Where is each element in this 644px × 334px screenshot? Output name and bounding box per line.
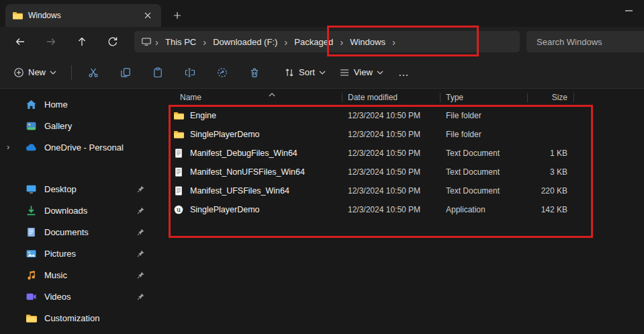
up-button[interactable]	[67, 30, 97, 53]
file-name: Manifest_DebugFiles_Win64	[190, 149, 297, 158]
file-row-manifest-ufsfiles[interactable]: Manifest_UFSFiles_Win64 12/3/2024 10:50 …	[169, 181, 644, 200]
share-button[interactable]	[209, 61, 236, 84]
file-type: Application	[441, 205, 528, 214]
new-tab-button[interactable]	[169, 8, 185, 23]
sidebar-item-label: OneDrive - Personal	[44, 142, 124, 153]
column-header-size[interactable]: Size	[528, 89, 574, 106]
forward-button[interactable]	[36, 30, 66, 53]
file-type: Text Document	[441, 149, 528, 158]
breadcrumb-windows[interactable]: Windows	[345, 34, 390, 50]
sidebar-item-pictures[interactable]: Pictures	[3, 243, 153, 264]
delete-button[interactable]	[241, 61, 268, 84]
pictures-icon	[26, 248, 37, 259]
explorer-tab[interactable]: Windows	[5, 4, 161, 27]
sidebar-item-documents[interactable]: Documents	[3, 221, 153, 243]
home-icon	[26, 99, 37, 110]
pin-icon	[136, 228, 145, 237]
more-options-button[interactable]: …	[390, 62, 418, 83]
view-icon	[339, 67, 350, 78]
file-row-singleplayerdemo-folder[interactable]: SinglePlayerDemo 12/3/2024 10:50 PM File…	[169, 125, 644, 144]
folder-icon	[12, 10, 23, 21]
file-date: 12/3/2024 10:50 PM	[342, 167, 441, 177]
sidebar-item-music[interactable]: Music	[3, 264, 153, 286]
sidebar-item-label: Videos	[44, 292, 71, 302]
breadcrumb-chevron-icon[interactable]: ›	[201, 36, 208, 48]
onedrive-icon	[26, 142, 37, 153]
pin-icon	[136, 249, 145, 258]
file-name: Manifest_UFSFiles_Win64	[190, 186, 289, 196]
breadcrumb-chevron-icon[interactable]: ›	[282, 36, 289, 48]
sidebar-item-videos[interactable]: Videos	[3, 286, 153, 307]
file-name: SinglePlayerDemo	[190, 130, 260, 139]
breadcrumb-packaged[interactable]: Packaged	[289, 34, 338, 50]
file-type: Text Document	[441, 167, 528, 177]
sidebar-item-onedrive[interactable]: › OneDrive - Personal	[3, 136, 153, 158]
view-button[interactable]: View	[332, 62, 390, 83]
minimize-button[interactable]	[613, 0, 644, 22]
file-rows: Engine 12/3/2024 10:50 PM File folder Si…	[169, 106, 644, 219]
paste-button[interactable]	[144, 61, 171, 84]
file-row-singleplayerdemo-exe[interactable]: u SinglePlayerDemo 12/3/2024 10:50 PM Ap…	[169, 200, 644, 219]
column-header-name[interactable]: Name	[169, 89, 342, 106]
sidebar-item-home[interactable]: Home	[3, 93, 153, 115]
pin-icon	[136, 185, 145, 194]
chevron-down-icon	[377, 71, 383, 75]
file-date: 12/3/2024 10:50 PM	[342, 205, 441, 214]
column-header-type[interactable]: Type	[441, 89, 528, 106]
sidebar-item-desktop[interactable]: Desktop	[3, 178, 153, 200]
sidebar-item-downloads[interactable]: Downloads	[3, 200, 153, 221]
toolbar-divider	[71, 65, 72, 80]
text-document-icon	[173, 148, 184, 159]
sidebar-item-label: Documents	[44, 227, 89, 237]
desktop-icon	[26, 183, 37, 195]
pin-icon	[136, 271, 145, 280]
file-row-manifest-debugfiles[interactable]: Manifest_DebugFiles_Win64 12/3/2024 10:5…	[169, 144, 644, 163]
sidebar-item-label: Music	[44, 270, 67, 280]
documents-icon	[26, 226, 37, 238]
breadcrumb-chevron-icon[interactable]: ›	[153, 36, 160, 48]
sidebar-item-customization[interactable]: Customization	[3, 307, 153, 329]
file-type: File folder	[441, 111, 528, 120]
column-headers: Name Date modified Type Size	[169, 89, 644, 106]
file-row-manifest-nonufsfiles[interactable]: Manifest_NonUFSFiles_Win64 12/3/2024 10:…	[169, 163, 644, 181]
back-button[interactable]	[5, 30, 35, 53]
sidebar-item-gallery[interactable]: Gallery	[3, 115, 153, 136]
breadcrumb-this-pc[interactable]: This PC	[160, 34, 201, 50]
new-button[interactable]: New	[7, 62, 63, 83]
file-row-engine[interactable]: Engine 12/3/2024 10:50 PM File folder	[169, 106, 644, 125]
sidebar-item-label: Desktop	[44, 184, 77, 194]
file-date: 12/3/2024 10:50 PM	[342, 186, 441, 196]
column-header-date-modified[interactable]: Date modified	[342, 89, 441, 106]
file-explorer-window: Windows	[0, 0, 644, 334]
rename-button[interactable]	[177, 61, 203, 84]
file-date: 12/3/2024 10:50 PM	[342, 111, 441, 120]
address-bar[interactable]: › This PC › Downloaded (F:) › Packaged ›…	[134, 31, 520, 52]
sort-button[interactable]: Sort	[277, 62, 332, 83]
sidebar-item-label: Downloads	[44, 206, 87, 216]
search-input[interactable]	[526, 37, 644, 47]
file-name: Manifest_NonUFSFiles_Win64	[190, 167, 305, 177]
copy-icon	[120, 67, 131, 78]
ellipsis-icon: …	[398, 67, 410, 79]
file-type: Text Document	[441, 186, 528, 196]
sidebar-group-gap	[0, 158, 156, 178]
scissors-icon	[88, 67, 99, 78]
file-list: Name Date modified Type Size Engine 12/3…	[156, 89, 644, 334]
videos-icon	[26, 291, 37, 302]
breadcrumb-downloaded-f[interactable]: Downloaded (F:)	[208, 34, 282, 50]
sidebar-item-label: Home	[44, 99, 68, 110]
refresh-button[interactable]	[98, 30, 128, 53]
sort-icon	[284, 67, 295, 78]
tab-close-icon[interactable]	[141, 9, 154, 22]
this-pc-icon	[141, 36, 152, 47]
downloads-icon	[26, 205, 37, 216]
file-size: 3 KB	[528, 167, 574, 177]
file-size: 220 KB	[528, 186, 574, 196]
sidebar-item-label: Gallery	[44, 121, 72, 131]
expander-chevron-icon[interactable]: ›	[7, 142, 9, 152]
copy-button[interactable]	[112, 61, 139, 84]
titlebar: Windows	[0, 0, 644, 27]
cut-button[interactable]	[80, 61, 107, 84]
breadcrumb-chevron-icon[interactable]: ›	[338, 36, 345, 48]
breadcrumb-chevron-icon[interactable]: ›	[390, 36, 398, 48]
